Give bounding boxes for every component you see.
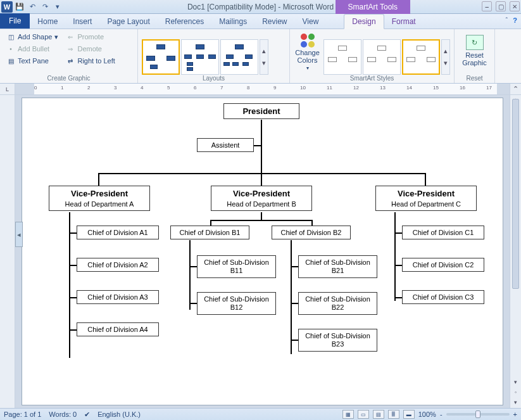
tab-format[interactable]: Format [384, 15, 424, 29]
vp-c-title: Vice-President [398, 189, 455, 198]
add-bullet-button[interactable]: •Add Bullet [4, 43, 61, 54]
node-a1[interactable]: Chief of Division A1 [77, 226, 159, 239]
zoom-handle[interactable] [475, 410, 480, 418]
restore-icon[interactable]: ▢ [496, 1, 506, 11]
save-icon[interactable]: 💾 [14, 1, 25, 13]
scroll-thumb[interactable] [512, 99, 519, 289]
rtl-label: Right to Left [77, 57, 115, 65]
tab-home[interactable]: Home [30, 15, 65, 29]
org-chart[interactable]: President Assistent Vice-President Head … [36, 103, 489, 400]
style-option-2[interactable] [363, 39, 401, 75]
add-shape-icon: ◫ [6, 32, 15, 41]
proofing-icon[interactable]: ✔ [84, 410, 90, 419]
full-screen-view-icon[interactable]: ▭ [358, 410, 369, 419]
word-app-icon[interactable]: W [1, 1, 13, 13]
styles-more[interactable]: ▴▾ [441, 39, 450, 75]
draft-view-icon[interactable]: ▬ [403, 410, 415, 419]
redo-icon[interactable]: ↷ [39, 1, 51, 13]
vertical-ruler[interactable] [0, 95, 15, 408]
style-option-3[interactable] [402, 39, 440, 75]
b22-label: Chief of Sub-Division B22 [305, 295, 370, 311]
node-vp-a[interactable]: Vice-President Head of Department A [49, 186, 150, 211]
layouts-more[interactable]: ▴▾ [260, 39, 268, 75]
node-b1[interactable]: Chief of Division B1 [170, 226, 249, 239]
outline-view-icon[interactable]: ≣ [388, 410, 399, 419]
horizontal-ruler[interactable]: 01234567891011121314151617 [15, 84, 510, 94]
node-b12[interactable]: Chief of Sub-Division B12 [197, 292, 276, 315]
node-president[interactable]: President [223, 103, 299, 119]
page[interactable]: President Assistent Vice-President Head … [22, 98, 503, 405]
reset-icon: ↻ [466, 35, 484, 50]
minimize-icon[interactable]: ‒ [482, 1, 492, 11]
status-page[interactable]: Page: 1 of 1 [4, 410, 41, 418]
node-b2[interactable]: Chief of Division B2 [272, 226, 351, 239]
add-shape-button[interactable]: ◫Add Shape▾ [4, 31, 61, 42]
promote-button[interactable]: ⇐Promote [63, 31, 117, 42]
close-icon[interactable]: ✕ [510, 1, 520, 11]
node-b11[interactable]: Chief of Sub-Division B11 [197, 255, 276, 278]
ruler-corner[interactable]: L [0, 84, 15, 94]
rtl-icon: ⇄ [66, 56, 75, 65]
title-bar: W 💾 ↶ ↷ ▾ Doc1 [Compatibility Mode] - Mi… [0, 0, 521, 14]
group-label-layouts: Layouts [138, 75, 289, 82]
layout-option-3[interactable] [220, 39, 258, 75]
file-tab[interactable]: File [0, 13, 30, 29]
b21-label: Chief of Sub-Division B21 [305, 258, 370, 274]
tab-insert[interactable]: Insert [65, 15, 99, 29]
print-layout-view-icon[interactable]: ▦ [342, 410, 354, 419]
node-c3[interactable]: Chief of Division C3 [402, 290, 484, 304]
ruler-toggle-icon[interactable]: ⌃ [510, 84, 521, 94]
tab-review[interactable]: Review [254, 15, 294, 29]
node-b21[interactable]: Chief of Sub-Division B21 [298, 255, 377, 278]
zoom-out-button[interactable]: - [440, 410, 443, 418]
help-icon[interactable]: ? [513, 16, 517, 24]
node-a3[interactable]: Chief of Division A3 [77, 290, 159, 304]
minimize-ribbon-icon[interactable]: ˆ [506, 16, 508, 24]
status-words[interactable]: Words: 0 [49, 410, 77, 418]
colors-icon [301, 34, 315, 48]
layout-option-1[interactable] [142, 39, 180, 75]
change-colors-label: Change Colors [294, 49, 321, 64]
promote-icon: ⇐ [66, 32, 75, 41]
add-shape-label: Add Shape [18, 33, 52, 41]
tab-references[interactable]: References [158, 15, 211, 29]
tab-view[interactable]: View [295, 15, 327, 29]
browse-object-icon[interactable]: ◦ [510, 389, 521, 395]
node-b22[interactable]: Chief of Sub-Division B22 [298, 292, 377, 315]
status-language[interactable]: English (U.K.) [97, 410, 141, 418]
tab-page-layout[interactable]: Page Layout [99, 15, 157, 29]
window-title: Doc1 [Compatibility Mode] - Microsoft Wo… [0, 3, 521, 11]
undo-icon[interactable]: ↶ [27, 1, 38, 13]
demote-button[interactable]: ⇒Demote [63, 43, 117, 54]
text-pane-icon: ▤ [6, 56, 15, 65]
text-pane-button[interactable]: ▤Text Pane [4, 55, 61, 67]
vp-b-subtitle: Head of Department B [215, 200, 308, 208]
node-a4[interactable]: Chief of Division A4 [77, 322, 159, 336]
scroll-down-icon[interactable]: ▾ [510, 379, 521, 385]
b11-label: Chief of Sub-Division B11 [204, 258, 269, 274]
node-c1[interactable]: Chief of Division C1 [402, 226, 484, 239]
node-c2[interactable]: Chief of Division C2 [402, 258, 484, 272]
zoom-level[interactable]: 100% [418, 410, 436, 418]
layout-option-2[interactable] [181, 39, 219, 75]
zoom-in-button[interactable]: + [513, 410, 517, 418]
node-vp-b[interactable]: Vice-President Head of Department B [211, 186, 312, 211]
tab-design[interactable]: Design [344, 14, 384, 29]
vertical-scrollbar[interactable]: ▴ ▾ ◦ ▾ [510, 95, 521, 408]
tab-mailings[interactable]: Mailings [211, 15, 254, 29]
style-option-1[interactable] [323, 39, 361, 75]
node-a2[interactable]: Chief of Division A2 [77, 258, 159, 272]
node-vp-c[interactable]: Vice-President Head of Department C [375, 186, 477, 211]
node-b23[interactable]: Chief of Sub-Division B23 [298, 329, 377, 352]
window-buttons: ‒ ▢ ✕ [482, 1, 520, 11]
zoom-slider[interactable] [446, 413, 510, 416]
promote-label: Promote [77, 33, 104, 41]
next-page-icon[interactable]: ▾ [510, 399, 521, 405]
contextual-tab-group: SmartArt Tools [336, 0, 410, 14]
qat-customize-icon[interactable]: ▾ [52, 1, 63, 13]
ruler-row: L 01234567891011121314151617 ⌃ [0, 84, 521, 95]
rtl-button[interactable]: ⇄Right to Left [63, 55, 117, 67]
text-pane-handle[interactable]: ◂ [15, 222, 23, 247]
node-assistant[interactable]: Assistent [197, 138, 254, 152]
web-layout-view-icon[interactable]: ▤ [373, 410, 384, 419]
